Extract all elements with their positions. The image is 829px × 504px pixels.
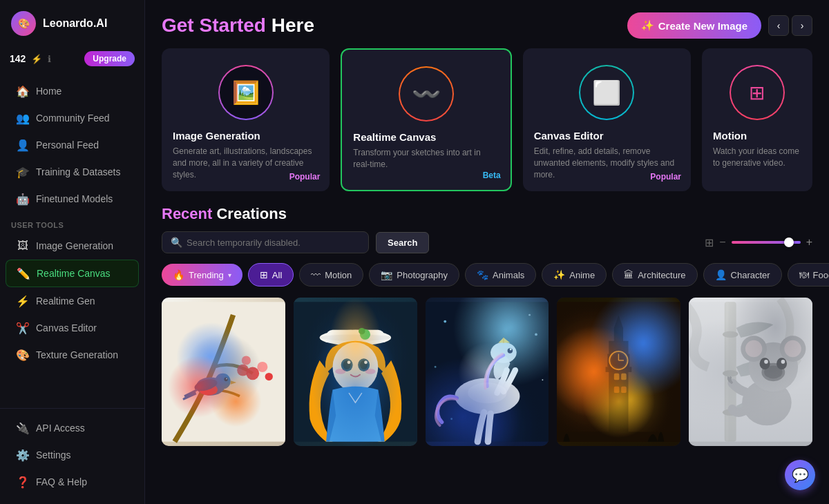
sidebar-item-home[interactable]: 🏠 Home bbox=[6, 78, 139, 104]
trending-icon: 🔥 bbox=[173, 269, 184, 280]
svg-point-67 bbox=[749, 342, 799, 392]
food-icon: 🍽 bbox=[799, 269, 809, 280]
svg-point-16 bbox=[319, 335, 391, 341]
sidebar-item-personal-feed[interactable]: 👤 Personal Feed bbox=[6, 132, 139, 158]
image-card-bigben[interactable] bbox=[557, 298, 680, 446]
all-label: All bbox=[272, 270, 282, 280]
trending-label: Trending bbox=[189, 270, 224, 280]
title-get: Get Started bbox=[162, 14, 266, 36]
filter-pill-photography[interactable]: 📷 Photography bbox=[369, 263, 459, 287]
nav-right-button[interactable]: › bbox=[792, 15, 812, 36]
sidebar-item-community-feed[interactable]: 👥 Community Feed bbox=[6, 105, 139, 131]
sidebar-item-api-access[interactable]: 🔌 API Access bbox=[6, 415, 139, 441]
feature-card-realtime-canvas[interactable]: 〰️ Realtime Canvas Transform your sketch… bbox=[341, 48, 511, 191]
feature-cards-row: 🖼️ Image Generation Generate art, illust… bbox=[162, 48, 812, 191]
filter-pill-food[interactable]: 🍽 Food bbox=[788, 263, 829, 287]
feature-cards-section: 🖼️ Image Generation Generate art, illust… bbox=[145, 48, 829, 205]
minus-icon[interactable]: − bbox=[719, 236, 725, 249]
svg-point-7 bbox=[215, 374, 231, 389]
zoom-thumb bbox=[784, 238, 794, 247]
feature-card-image-generation[interactable]: 🖼️ Image Generation Generate art, illust… bbox=[162, 48, 330, 191]
sidebar-item-canvas-editor[interactable]: ✂️ Canvas Editor bbox=[6, 315, 139, 341]
svg-rect-35 bbox=[426, 302, 549, 442]
plus-icon[interactable]: + bbox=[806, 236, 812, 249]
filter-pill-motion[interactable]: 〰 Motion bbox=[299, 263, 363, 287]
nav-left-button[interactable]: ‹ bbox=[768, 15, 789, 36]
image-unicorn bbox=[426, 298, 549, 446]
sidebar-item-image-gen-label: Image Generation bbox=[36, 240, 113, 251]
sidebar-item-settings[interactable]: ⚙️ Settings bbox=[6, 442, 139, 468]
filter-pill-character[interactable]: 👤 Character bbox=[703, 263, 782, 287]
svg-point-75 bbox=[776, 358, 787, 370]
filter-pills-row: 🔥 Trending ▾ ⊞ All 〰 Motion 📷 Photograph… bbox=[145, 263, 829, 298]
image-card-anime-girl[interactable] bbox=[294, 298, 417, 446]
svg-rect-62 bbox=[726, 302, 729, 442]
svg-point-24 bbox=[347, 361, 350, 365]
create-new-image-button[interactable]: ✨ Create New Image bbox=[627, 12, 761, 39]
svg-point-9 bbox=[193, 378, 219, 394]
svg-rect-57 bbox=[614, 387, 620, 393]
card-desc-motion: Watch your ideas come to generative vide… bbox=[713, 146, 801, 169]
sidebar-item-training-datasets[interactable]: 🎓 Training & Datasets bbox=[6, 159, 139, 185]
svg-rect-55 bbox=[614, 374, 620, 380]
svg-point-38 bbox=[490, 342, 517, 363]
title-here: Here bbox=[271, 14, 314, 36]
card-desc-realtime-canvas: Transform your sketches into art in real… bbox=[353, 147, 499, 171]
svg-point-72 bbox=[762, 363, 785, 381]
architecture-label: Architecture bbox=[638, 270, 685, 280]
svg-rect-61 bbox=[725, 302, 736, 442]
filter-pill-architecture[interactable]: 🏛 Architecture bbox=[612, 263, 697, 287]
user-tools-label: User Tools bbox=[0, 213, 144, 232]
credits-bar: 142 ⚡ ℹ Upgrade bbox=[0, 46, 144, 75]
filter-pill-all[interactable]: ⊞ All bbox=[248, 263, 294, 287]
search-input[interactable] bbox=[187, 238, 360, 248]
sidebar-item-faq-label: FAQ & Help bbox=[36, 476, 87, 487]
image-card-koala[interactable] bbox=[689, 298, 812, 446]
title-recent: Recent bbox=[162, 205, 212, 222]
svg-rect-44 bbox=[557, 302, 680, 442]
architecture-icon: 🏛 bbox=[624, 269, 633, 280]
anime-label: Anime bbox=[569, 270, 595, 280]
filter-pill-animals[interactable]: 🐾 Animals bbox=[465, 263, 536, 287]
settings-icon: ⚙️ bbox=[17, 449, 29, 461]
character-label: Character bbox=[731, 270, 770, 280]
search-icon: 🔍 bbox=[171, 237, 182, 248]
anime-icon: ✨ bbox=[553, 269, 565, 280]
feature-card-canvas-editor[interactable]: ⬜ Canvas Editor Edit, refine, add detail… bbox=[523, 48, 691, 191]
zoom-slider[interactable] bbox=[732, 241, 801, 244]
realtime-canvas-card-icon: 〰️ bbox=[412, 80, 441, 108]
sidebar-item-faq-help[interactable]: ❓ FAQ & Help bbox=[6, 469, 139, 495]
upgrade-button[interactable]: Upgrade bbox=[84, 51, 135, 66]
sidebar-item-realtime-canvas[interactable]: ✏️ Realtime Canvas bbox=[6, 260, 139, 287]
animals-label: Animals bbox=[493, 270, 524, 280]
grid-view-icon[interactable]: ⊞ bbox=[705, 236, 714, 249]
feature-card-motion[interactable]: ⊞ Motion Watch your ideas come to genera… bbox=[702, 48, 812, 191]
svg-point-37 bbox=[455, 378, 520, 415]
section-title: Recent Creations bbox=[162, 205, 287, 223]
sidebar-item-training-label: Training & Datasets bbox=[36, 166, 120, 177]
card-title-realtime-canvas: Realtime Canvas bbox=[353, 131, 499, 143]
svg-rect-36 bbox=[426, 302, 549, 442]
card-badge-image-gen: Popular bbox=[289, 172, 321, 182]
svg-point-6 bbox=[196, 378, 225, 396]
sidebar-item-image-generation[interactable]: 🖼 Image Generation bbox=[6, 233, 139, 259]
sidebar-item-finetuned-models[interactable]: 🤖 Finetuned Models bbox=[6, 186, 139, 212]
filter-pill-anime[interactable]: ✨ Anime bbox=[542, 263, 607, 287]
svg-point-76 bbox=[764, 360, 768, 364]
image-card-unicorn[interactable] bbox=[426, 298, 549, 446]
image-card-bird[interactable] bbox=[162, 298, 285, 446]
all-icon: ⊞ bbox=[260, 269, 268, 280]
chat-support-button[interactable]: 💬 bbox=[785, 460, 815, 490]
sidebar-item-realtime-gen[interactable]: ⚡ Realtime Gen bbox=[6, 288, 139, 314]
svg-point-65 bbox=[723, 409, 739, 416]
svg-point-10 bbox=[224, 378, 228, 382]
svg-point-31 bbox=[535, 333, 537, 336]
svg-rect-12 bbox=[294, 302, 417, 442]
svg-point-34 bbox=[450, 418, 452, 420]
card-icon-wrap: 🖼️ bbox=[218, 65, 274, 120]
texture-icon: 🎨 bbox=[17, 349, 29, 361]
search-button[interactable]: Search bbox=[376, 232, 429, 253]
sidebar-item-texture-generation[interactable]: 🎨 Texture Generation bbox=[6, 342, 139, 368]
filter-pill-trending[interactable]: 🔥 Trending ▾ bbox=[162, 264, 242, 286]
svg-point-11 bbox=[226, 378, 227, 380]
